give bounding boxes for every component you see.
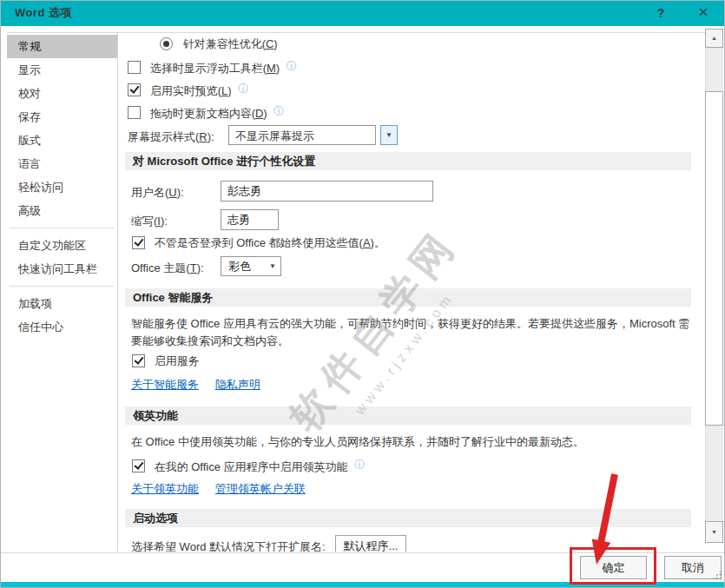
sidebar-item-quick-access-toolbar[interactable]: 快速访问工具栏	[7, 257, 117, 281]
info-icon: ⓘ	[354, 459, 365, 471]
enable-linkedin-row: 在我的 Office 应用程序中启用领英功能 ⓘ	[132, 458, 365, 475]
office-theme-dropdown[interactable]: 彩色 ▼	[221, 256, 281, 276]
chevron-down-icon: ▼	[269, 257, 276, 275]
sidebar-item-general[interactable]: 常规	[7, 35, 117, 58]
username-label: 用户名(U):	[131, 185, 184, 201]
always-use-values-label: 不管是否登录到 Office 都始终使用这些值(A)。	[155, 236, 386, 249]
compat-optimize-radio[interactable]	[160, 37, 173, 50]
dialog-titlebar: Word 选项 ? ×	[0, 0, 725, 26]
screentip-style-dropdown-button[interactable]: ▼	[380, 125, 398, 145]
sidebar-item-display[interactable]: 显示	[7, 58, 117, 82]
enable-services-row: 启用服务	[132, 353, 200, 369]
office-theme-value: 彩色	[228, 260, 251, 273]
dialog-footer: 确定 取消	[0, 552, 725, 583]
options-sidebar: 常规 显示 校对 保存 版式 语言 轻松访问 高级 自定义功能区 快速访问工具栏…	[7, 35, 117, 339]
close-icon[interactable]: ×	[692, 2, 715, 23]
privacy-statement-link[interactable]: 隐私声明	[215, 378, 260, 391]
enable-linkedin-label: 在我的 Office 应用程序中启用领英功能	[155, 460, 348, 473]
about-intelligent-services-link[interactable]: 关于智能服务	[131, 378, 199, 391]
chevron-down-icon: ▼	[386, 131, 392, 139]
sidebar-item-customize-ribbon[interactable]: 自定义功能区	[7, 234, 117, 257]
manage-linkedin-account-link[interactable]: 管理领英帐户关联	[215, 482, 306, 495]
accent-strip	[0, 582, 725, 588]
enable-linkedin-checkbox[interactable]	[132, 459, 145, 472]
sidebar-item-advanced[interactable]: 高级	[7, 199, 117, 222]
help-icon[interactable]: ?	[650, 3, 671, 23]
initials-label: 缩写(I):	[131, 214, 168, 229]
vertical-scrollbar[interactable]: ▲ ▼	[705, 29, 723, 543]
screentip-style-label: 屏幕提示样式(R):	[128, 129, 214, 145]
always-use-values-row: 不管是否登录到 Office 都始终使用这些值(A)。	[132, 235, 386, 251]
sidebar-item-proofing[interactable]: 校对	[7, 82, 117, 105]
scroll-up-icon[interactable]: ▲	[705, 29, 723, 48]
sidebar-item-layout[interactable]: 版式	[7, 129, 117, 152]
live-preview-checkbox[interactable]	[128, 83, 141, 96]
cancel-button[interactable]: 取消	[664, 556, 722, 579]
sidebar-item-language[interactable]: 语言	[7, 152, 117, 175]
compat-optimize-radio-row: 针对兼容性优化(C)	[160, 36, 278, 52]
username-input[interactable]: 彭志勇	[221, 181, 433, 202]
sidebar-item-accessibility[interactable]: 轻松访问	[7, 175, 117, 199]
enable-services-label: 启用服务	[155, 354, 200, 367]
info-icon: ⓘ	[274, 105, 284, 117]
default-programs-button[interactable]: 默认程序...	[335, 535, 406, 552]
startup-extensions-label: 选择希望 Word 默认情况下打开扩展名:	[131, 539, 326, 552]
initials-input[interactable]: 志勇	[221, 209, 279, 230]
mini-toolbar-label: 选择时显示浮动工具栏(M)	[150, 62, 280, 75]
ok-button[interactable]: 确定	[580, 556, 647, 579]
live-preview-row: 启用实时预览(L) ⓘ	[128, 82, 248, 99]
sidebar-divider	[10, 228, 115, 228]
info-icon: ⓘ	[287, 60, 297, 72]
section-header-linkedin: 领英功能	[125, 406, 691, 425]
about-linkedin-link[interactable]: 关于领英功能	[131, 482, 199, 495]
section-header-personalize: 对 Microsoft Office 进行个性化设置	[125, 152, 691, 170]
intelligent-services-description: 智能服务使 Office 应用具有云的强大功能，可帮助节约时间，获得更好的结果。…	[131, 315, 694, 350]
scroll-down-icon[interactable]: ▼	[705, 521, 723, 543]
info-icon: ⓘ	[238, 83, 248, 95]
mini-toolbar-checkbox[interactable]	[128, 61, 141, 74]
sidebar-divider	[10, 286, 115, 287]
section-header-intelligent-services: Office 智能服务	[125, 288, 691, 307]
section-header-startup: 启动选项	[125, 509, 691, 527]
drag-update-checkbox[interactable]	[128, 106, 141, 119]
linkedin-links: 关于领英功能 管理领英帐户关联	[131, 481, 306, 497]
drag-update-label: 拖动时更新文档内容(D)	[150, 107, 267, 120]
options-content-pane: 针对兼容性优化(C) 选择时显示浮动工具栏(M) ⓘ 启用实时预览(L) ⓘ 拖…	[117, 33, 705, 552]
drag-update-row: 拖动时更新文档内容(D) ⓘ	[128, 104, 284, 122]
sidebar-item-save[interactable]: 保存	[7, 105, 117, 129]
compat-optimize-label: 针对兼容性优化(C)	[183, 37, 278, 50]
enable-services-checkbox[interactable]	[132, 354, 145, 367]
scrollbar-thumb[interactable]	[705, 91, 723, 426]
dialog-title: Word 选项	[0, 5, 72, 21]
screentip-style-field[interactable]: 不显示屏幕提示	[228, 125, 376, 145]
sidebar-item-trust-center[interactable]: 信任中心	[7, 315, 117, 339]
screentip-style-value: 不显示屏幕提示	[235, 129, 314, 142]
office-theme-label: Office 主题(T):	[131, 261, 204, 276]
live-preview-label: 启用实时预览(L)	[150, 84, 232, 97]
mini-toolbar-row: 选择时显示浮动工具栏(M) ⓘ	[128, 59, 297, 76]
sidebar-item-addins[interactable]: 加载项	[7, 292, 117, 315]
linkedin-description: 在 Office 中使用领英功能，与你的专业人员网络保持联系，并随时了解行业中的…	[131, 433, 694, 451]
intelligent-services-links: 关于智能服务 隐私声明	[131, 377, 260, 393]
always-use-values-checkbox[interactable]	[132, 236, 145, 249]
